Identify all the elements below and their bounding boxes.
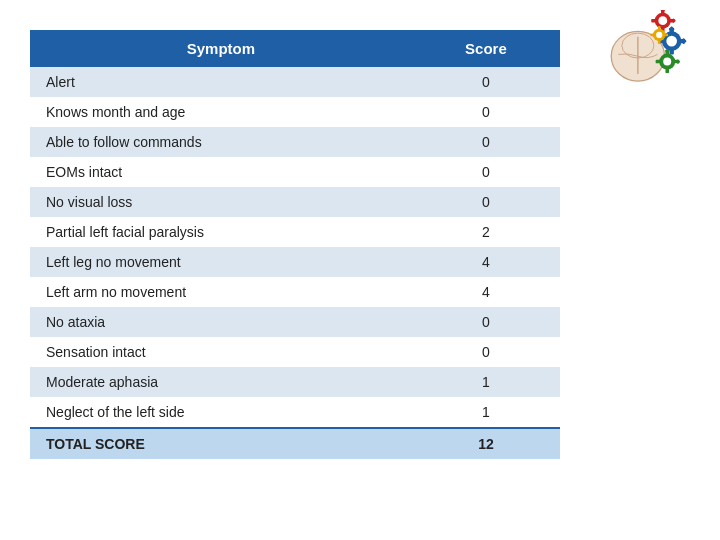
symptom-cell: Knows month and age — [30, 97, 412, 127]
table-row: Left leg no movement4 — [30, 247, 560, 277]
symptom-column-header: Symptom — [30, 30, 412, 67]
table-row: EOMs intact0 — [30, 157, 560, 187]
symptom-cell: No visual loss — [30, 187, 412, 217]
svg-rect-28 — [656, 60, 661, 64]
table-row: Moderate aphasia1 — [30, 367, 560, 397]
symptom-cell: No ataxia — [30, 307, 412, 337]
total-label: TOTAL SCORE — [30, 428, 412, 459]
symptom-cell: Alert — [30, 67, 412, 97]
score-cell: 0 — [412, 157, 560, 187]
score-cell: 4 — [412, 277, 560, 307]
svg-rect-23 — [664, 34, 668, 37]
table-row: Partial left facial paralysis2 — [30, 217, 560, 247]
table-header-row: Symptom Score — [30, 30, 560, 67]
table-row: Sensation intact0 — [30, 337, 560, 367]
table-row: Able to follow commands0 — [30, 127, 560, 157]
svg-rect-27 — [665, 68, 669, 73]
svg-point-19 — [656, 32, 662, 38]
symptom-cell: Neglect of the left side — [30, 397, 412, 428]
table-row: Neglect of the left side1 — [30, 397, 560, 428]
svg-rect-6 — [651, 19, 656, 23]
symptom-cell: Moderate aphasia — [30, 367, 412, 397]
symptom-cell: Able to follow commands — [30, 127, 412, 157]
score-cell: 0 — [412, 127, 560, 157]
table-row: Alert0 — [30, 67, 560, 97]
svg-point-3 — [658, 16, 667, 25]
svg-rect-13 — [669, 49, 673, 54]
score-column-header: Score — [412, 30, 560, 67]
total-value: 12 — [412, 428, 560, 459]
total-score-row: TOTAL SCORE12 — [30, 428, 560, 459]
symptom-cell: EOMs intact — [30, 157, 412, 187]
table-row: No visual loss0 — [30, 187, 560, 217]
score-cell: 0 — [412, 307, 560, 337]
score-cell: 0 — [412, 187, 560, 217]
svg-point-11 — [666, 36, 677, 47]
table-row: Knows month and age0 — [30, 97, 560, 127]
score-cell: 4 — [412, 247, 560, 277]
svg-rect-22 — [650, 34, 654, 37]
score-cell: 0 — [412, 97, 560, 127]
symptom-cell: Left arm no movement — [30, 277, 412, 307]
score-cell: 2 — [412, 217, 560, 247]
page-container: Symptom Score Alert0Knows month and age0… — [0, 0, 720, 540]
brain-gear-icon — [600, 10, 690, 90]
symptom-cell: Sensation intact — [30, 337, 412, 367]
score-cell: 1 — [412, 367, 560, 397]
table-row: No ataxia0 — [30, 307, 560, 337]
score-cell: 1 — [412, 397, 560, 428]
svg-rect-21 — [658, 39, 661, 43]
score-cell: 0 — [412, 337, 560, 367]
symptom-cell: Left leg no movement — [30, 247, 412, 277]
symptom-score-table: Symptom Score Alert0Knows month and age0… — [30, 30, 560, 459]
svg-point-25 — [663, 58, 671, 66]
table-row: Left arm no movement4 — [30, 277, 560, 307]
svg-rect-20 — [658, 26, 661, 30]
symptom-cell: Partial left facial paralysis — [30, 217, 412, 247]
score-cell: 0 — [412, 67, 560, 97]
